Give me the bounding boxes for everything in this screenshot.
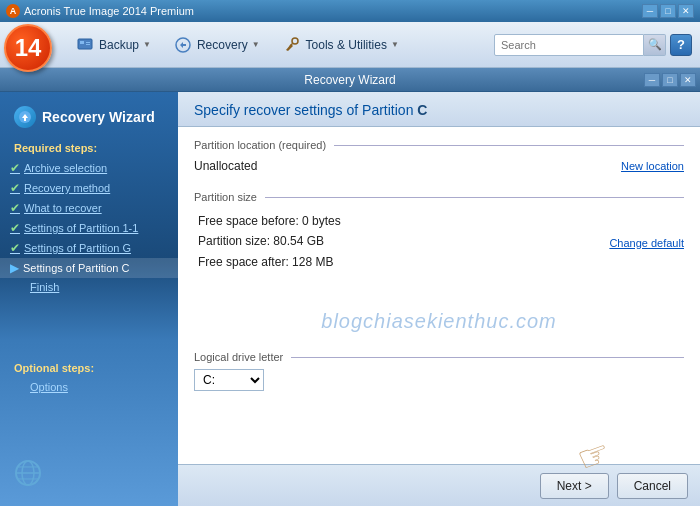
check-icon-what: ✔ bbox=[10, 201, 20, 215]
svg-rect-1 bbox=[80, 41, 84, 44]
wizard-subheader-title: Recovery Wizard bbox=[304, 73, 395, 87]
check-icon-g: ✔ bbox=[10, 241, 20, 255]
sidebar-what-label: What to recover bbox=[24, 202, 102, 214]
tools-label: Tools & Utilities bbox=[306, 38, 387, 52]
change-default-link[interactable]: Change default bbox=[609, 237, 684, 249]
minimize-button[interactable]: ─ bbox=[642, 4, 658, 18]
svg-point-5 bbox=[292, 38, 298, 44]
free-space-before: Free space before: 0 bytes bbox=[198, 211, 341, 231]
size-info: Free space before: 0 bytes Partition siz… bbox=[194, 211, 341, 272]
search-input[interactable] bbox=[494, 34, 644, 56]
size-rule bbox=[265, 197, 684, 198]
sidebar-settings-1-1-label: Settings of Partition 1-1 bbox=[24, 222, 138, 234]
wizard-maximize-button[interactable]: □ bbox=[662, 73, 678, 87]
check-icon-recovery: ✔ bbox=[10, 181, 20, 195]
required-steps-label: Required steps: bbox=[0, 138, 178, 158]
location-value: Unallocated bbox=[194, 159, 257, 173]
search-button[interactable]: 🔍 bbox=[644, 34, 666, 56]
badge-number: 14 bbox=[4, 24, 52, 72]
recovery-button[interactable]: Recovery ▼ bbox=[164, 29, 269, 61]
sidebar-settings-c-label: Settings of Partition C bbox=[23, 262, 129, 274]
svg-rect-8 bbox=[24, 118, 26, 121]
sidebar-item-settings-g[interactable]: ✔ Settings of Partition G bbox=[0, 238, 178, 258]
partition-location-group: Partition location (required) Unallocate… bbox=[194, 139, 684, 175]
close-button[interactable]: ✕ bbox=[678, 4, 694, 18]
sidebar-archive-label: Archive selection bbox=[24, 162, 107, 174]
title-bar: A Acronis True Image 2014 Premium ─ □ ✕ bbox=[0, 0, 700, 22]
globe-icon bbox=[14, 459, 42, 487]
title-bar-controls: ─ □ ✕ bbox=[642, 4, 694, 18]
optional-steps-label: Optional steps: bbox=[0, 358, 178, 378]
sidebar-settings-g-label: Settings of Partition G bbox=[24, 242, 131, 254]
drive-select-row: C: D: E: F: bbox=[194, 369, 684, 391]
svg-rect-3 bbox=[86, 44, 90, 45]
partition-size-value: Partition size: 80.54 GB bbox=[198, 231, 341, 251]
sidebar-item-settings-1-1[interactable]: ✔ Settings of Partition 1-1 bbox=[0, 218, 178, 238]
svg-rect-2 bbox=[86, 42, 90, 43]
sidebar-recovery-label: Recovery method bbox=[24, 182, 110, 194]
wizard-subheader: Recovery Wizard ─ □ ✕ bbox=[0, 68, 700, 92]
logical-drive-line: Logical drive letter bbox=[194, 351, 684, 363]
active-icon-c: ▶ bbox=[10, 261, 19, 275]
sidebar-item-finish[interactable]: Finish bbox=[0, 278, 178, 296]
backup-label: Backup bbox=[99, 38, 139, 52]
tools-icon bbox=[282, 35, 302, 55]
panel-title-partition: C bbox=[417, 102, 427, 118]
free-space-after: Free space after: 128 MB bbox=[198, 252, 341, 272]
tools-dropdown-arrow: ▼ bbox=[391, 40, 399, 49]
recovery-icon bbox=[173, 35, 193, 55]
right-panel: Specify recover settings of Partition C … bbox=[178, 92, 700, 506]
partition-location-line: Partition location (required) bbox=[194, 139, 684, 151]
partition-size-label: Partition size bbox=[194, 191, 257, 203]
backup-button[interactable]: Backup ▼ bbox=[66, 29, 160, 61]
panel-title-prefix: Specify recover settings of Partition bbox=[194, 102, 417, 118]
wizard-minimize-button[interactable]: ─ bbox=[644, 73, 660, 87]
sidebar-finish-label: Finish bbox=[30, 281, 59, 293]
toolbar: 14 Backup ▼ Recovery ▼ bbox=[0, 22, 700, 68]
wizard-icon bbox=[14, 106, 36, 128]
sidebar-item-archive-selection[interactable]: ✔ Archive selection bbox=[0, 158, 178, 178]
logical-drive-group: Logical drive letter C: D: E: F: bbox=[194, 351, 684, 391]
new-location-link[interactable]: New location bbox=[621, 160, 684, 172]
location-rule bbox=[334, 145, 684, 146]
tools-button[interactable]: Tools & Utilities ▼ bbox=[273, 29, 408, 61]
sidebar: Recovery Wizard Required steps: ✔ Archiv… bbox=[0, 92, 178, 506]
sidebar-item-what-to-recover[interactable]: ✔ What to recover bbox=[0, 198, 178, 218]
main-area: Recovery Wizard Required steps: ✔ Archiv… bbox=[0, 92, 700, 506]
panel-header: Specify recover settings of Partition C bbox=[178, 92, 700, 127]
sidebar-item-settings-c[interactable]: ▶ Settings of Partition C bbox=[0, 258, 178, 278]
panel-title: Specify recover settings of Partition C bbox=[194, 102, 684, 118]
partition-size-group: Partition size Free space before: 0 byte… bbox=[194, 191, 684, 274]
bottom-bar: ☞ Next > Cancel bbox=[178, 464, 700, 506]
logical-drive-label: Logical drive letter bbox=[194, 351, 283, 363]
wizard-close-button[interactable]: ✕ bbox=[680, 73, 696, 87]
check-icon-archive: ✔ bbox=[10, 161, 20, 175]
check-icon-1-1: ✔ bbox=[10, 221, 20, 235]
app-icon: A bbox=[6, 4, 20, 18]
sidebar-title-text: Recovery Wizard bbox=[42, 109, 155, 125]
partition-location-label: Partition location (required) bbox=[194, 139, 326, 151]
search-box: 🔍 ? bbox=[494, 34, 692, 56]
size-info-row: Free space before: 0 bytes Partition siz… bbox=[194, 209, 684, 274]
optional-section: Optional steps: Options bbox=[0, 350, 178, 396]
cancel-button[interactable]: Cancel bbox=[617, 473, 688, 499]
sidebar-item-options[interactable]: Options bbox=[0, 378, 178, 396]
backup-dropdown-arrow: ▼ bbox=[143, 40, 151, 49]
location-row: Unallocated New location bbox=[194, 157, 684, 175]
recovery-dropdown-arrow: ▼ bbox=[252, 40, 260, 49]
recovery-label: Recovery bbox=[197, 38, 248, 52]
sidebar-wizard-title: Recovery Wizard bbox=[0, 102, 178, 138]
watermark: blogchiasekienthuc.com bbox=[194, 290, 684, 343]
partition-size-line: Partition size bbox=[194, 191, 684, 203]
maximize-button[interactable]: □ bbox=[660, 4, 676, 18]
sidebar-options-label: Options bbox=[30, 381, 68, 393]
help-button[interactable]: ? bbox=[670, 34, 692, 56]
wizard-header-controls: ─ □ ✕ bbox=[644, 73, 696, 87]
window-title: Acronis True Image 2014 Premium bbox=[24, 5, 194, 17]
panel-content: Partition location (required) Unallocate… bbox=[178, 127, 700, 464]
backup-icon bbox=[75, 35, 95, 55]
drive-rule bbox=[291, 357, 684, 358]
drive-select[interactable]: C: D: E: F: bbox=[194, 369, 264, 391]
sidebar-item-recovery-method[interactable]: ✔ Recovery method bbox=[0, 178, 178, 198]
